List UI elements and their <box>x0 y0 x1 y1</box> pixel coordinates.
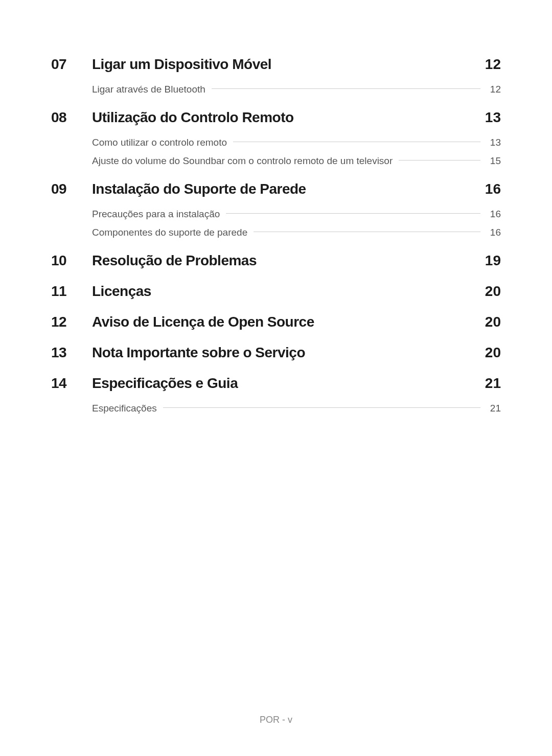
section-title: Aviso de Licença de Open Source <box>92 314 485 330</box>
section-page: 12 <box>485 56 501 73</box>
section-head: 11 Licenças 20 <box>51 283 501 300</box>
section-title: Utilização do Controlo Remoto <box>92 109 485 126</box>
subitem-label: Precauções para a instalação <box>92 209 220 220</box>
section-head: 09 Instalação do Suporte de Parede 16 <box>51 181 501 197</box>
section-title: Especificações e Guia <box>92 375 485 392</box>
leader-line <box>163 407 480 408</box>
toc-section-12: 12 Aviso de Licença de Open Source 20 <box>51 314 501 330</box>
subitem-page: 16 <box>487 227 501 238</box>
subitem-page: 16 <box>487 209 501 220</box>
subitem-page: 13 <box>487 137 501 148</box>
section-title: Instalação do Suporte de Parede <box>92 181 485 197</box>
toc-subitem: Como utilizar o controlo remoto 13 <box>92 137 501 148</box>
toc-subitem: Precauções para a instalação 16 <box>92 209 501 220</box>
subitem-page: 12 <box>487 84 501 95</box>
section-title: Licenças <box>92 283 485 300</box>
leader-line <box>212 88 480 89</box>
subitem-label: Ajuste do volume do Soundbar com o contr… <box>92 155 393 167</box>
section-number: 11 <box>51 283 92 300</box>
section-title: Nota Importante sobre o Serviço <box>92 345 485 361</box>
page-footer: POR - v <box>0 715 552 725</box>
section-title: Resolução de Problemas <box>92 253 485 269</box>
section-number: 13 <box>51 345 92 361</box>
toc-subitem: Especificações 21 <box>92 403 501 414</box>
toc-subitem: Ajuste do volume do Soundbar com o contr… <box>92 155 501 167</box>
leader-line <box>233 142 480 142</box>
section-head: 13 Nota Importante sobre o Serviço 20 <box>51 345 501 361</box>
toc-section-11: 11 Licenças 20 <box>51 283 501 300</box>
section-title: Ligar um Dispositivo Móvel <box>92 56 485 73</box>
toc-section-10: 10 Resolução de Problemas 19 <box>51 253 501 269</box>
section-page: 20 <box>485 314 501 330</box>
section-head: 08 Utilização do Controlo Remoto 13 <box>51 109 501 126</box>
section-number: 07 <box>51 56 92 73</box>
toc-section-14: 14 Especificações e Guia 21 Especificaçõ… <box>51 375 501 414</box>
section-page: 19 <box>485 253 501 269</box>
section-number: 08 <box>51 109 92 126</box>
subitem-label: Especificações <box>92 403 157 414</box>
subitem-page: 15 <box>487 155 501 167</box>
section-head: 10 Resolução de Problemas 19 <box>51 253 501 269</box>
leader-line <box>226 213 480 214</box>
toc-page: 07 Ligar um Dispositivo Móvel 12 Ligar a… <box>0 0 552 414</box>
leader-line <box>399 160 480 161</box>
toc-subitem: Ligar através de Bluetooth 12 <box>92 84 501 95</box>
section-page: 13 <box>485 109 501 126</box>
section-page: 21 <box>485 375 501 392</box>
section-number: 09 <box>51 181 92 197</box>
toc-section-09: 09 Instalação do Suporte de Parede 16 Pr… <box>51 181 501 238</box>
subitem-page: 21 <box>487 403 501 414</box>
subitem-label: Como utilizar o controlo remoto <box>92 137 227 148</box>
toc-subitem: Componentes do suporte de parede 16 <box>92 227 501 238</box>
toc-section-08: 08 Utilização do Controlo Remoto 13 Como… <box>51 109 501 167</box>
toc-section-13: 13 Nota Importante sobre o Serviço 20 <box>51 345 501 361</box>
subitem-label: Ligar através de Bluetooth <box>92 84 205 95</box>
section-head: 07 Ligar um Dispositivo Móvel 12 <box>51 56 501 73</box>
section-page: 20 <box>485 345 501 361</box>
toc-section-07: 07 Ligar um Dispositivo Móvel 12 Ligar a… <box>51 56 501 95</box>
section-number: 12 <box>51 314 92 330</box>
section-number: 14 <box>51 375 92 392</box>
section-head: 12 Aviso de Licença de Open Source 20 <box>51 314 501 330</box>
section-number: 10 <box>51 253 92 269</box>
section-page: 20 <box>485 283 501 300</box>
section-head: 14 Especificações e Guia 21 <box>51 375 501 392</box>
subitem-label: Componentes do suporte de parede <box>92 227 247 238</box>
section-page: 16 <box>485 181 501 197</box>
leader-line <box>254 232 480 232</box>
